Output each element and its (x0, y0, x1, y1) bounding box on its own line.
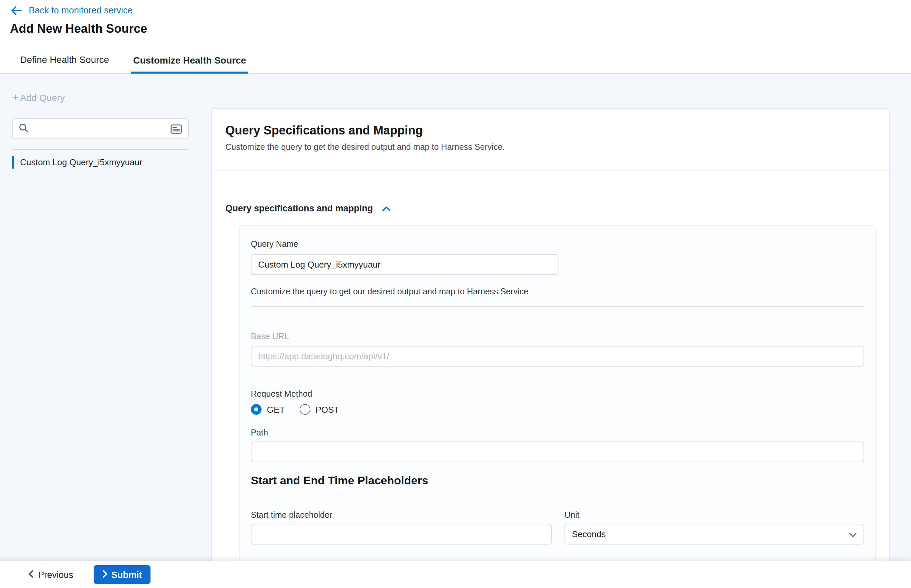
query-item-label: Custom Log Query_i5xmyyuaur (20, 157, 142, 167)
form-divider (251, 306, 864, 307)
start-time-input[interactable] (251, 524, 552, 544)
section-title: Query specifications and mapping (225, 204, 373, 213)
list-view-icon[interactable] (171, 124, 182, 134)
tab-customize-health-source[interactable]: Customize Health Source (131, 55, 248, 74)
previous-button[interactable]: Previous (28, 570, 73, 580)
request-method-label: Request Method (251, 389, 864, 399)
page-header: Back to monitored service Add New Health… (0, 0, 911, 74)
plus-icon: + (12, 93, 19, 102)
path-input[interactable] (251, 441, 864, 462)
radio-get-label: GET (267, 404, 284, 414)
card-header: Query Specifications and Mapping Customi… (212, 109, 889, 171)
radio-post-label: POST (315, 404, 339, 414)
query-name-label: Query Name (251, 239, 864, 249)
query-sidebar: + Add Query Custom Log Query_i5xmyyuaur (0, 74, 201, 170)
unit-select[interactable]: Seconds (565, 524, 864, 544)
radio-selected-icon (251, 404, 262, 415)
back-link[interactable]: Back to monitored service (11, 5, 133, 15)
tab-define-health-source[interactable]: Define Health Source (18, 54, 111, 73)
search-icon (19, 123, 28, 135)
query-name-help: Customize the query to get our desired o… (251, 287, 864, 296)
page: Back to monitored service Add New Health… (0, 0, 911, 588)
tabs-bar: Define Health Source Customize Health So… (0, 45, 911, 74)
add-query-button[interactable]: + Add Query (12, 92, 65, 103)
sidebar-divider (12, 149, 189, 150)
arrow-left-icon (11, 6, 22, 15)
previous-label: Previous (38, 570, 73, 580)
query-list-item[interactable]: Custom Log Query_i5xmyyuaur (0, 154, 201, 170)
back-link-label: Back to monitored service (29, 5, 133, 15)
section-collapse-toggle[interactable]: Query specifications and mapping (225, 204, 390, 213)
add-query-label: Add Query (20, 92, 65, 103)
time-placeholders-heading: Start and End Time Placeholders (251, 474, 864, 488)
start-time-label: Start time placeholder (251, 510, 552, 520)
chevron-down-icon (849, 528, 857, 540)
query-search (12, 118, 189, 139)
chevron-up-icon (381, 204, 390, 213)
unit-select-value: Seconds (572, 529, 606, 539)
radio-unselected-icon (299, 404, 310, 415)
base-url-input[interactable] (251, 346, 864, 367)
card-title: Query Specifications and Mapping (225, 124, 873, 138)
chevron-right-icon (102, 570, 107, 580)
card-subtitle: Customize the query to get the desired o… (225, 142, 873, 152)
selected-indicator (12, 155, 14, 168)
query-name-input[interactable] (251, 254, 559, 275)
path-label: Path (251, 428, 864, 438)
query-spec-card: Query Specifications and Mapping Customi… (212, 108, 890, 577)
base-url-label: Base URL (251, 332, 864, 341)
page-title: Add New Health Source (10, 22, 147, 36)
submit-button[interactable]: Submit (93, 565, 151, 584)
start-time-field: Start time placeholder (251, 510, 552, 544)
time-placeholder-row: Start time placeholder Unit Seconds (251, 510, 864, 544)
submit-label: Submit (111, 570, 142, 580)
radio-get[interactable]: GET (251, 404, 284, 415)
search-input[interactable] (32, 124, 166, 134)
unit-label: Unit (565, 510, 864, 520)
radio-post[interactable]: POST (299, 404, 339, 415)
footer-bar: Previous Submit (0, 561, 911, 588)
query-form-panel: Query Name Customize the query to get ou… (239, 225, 875, 577)
chevron-left-icon (28, 570, 34, 580)
unit-field: Unit Seconds (565, 510, 864, 544)
request-method-group: GET POST (251, 404, 864, 415)
